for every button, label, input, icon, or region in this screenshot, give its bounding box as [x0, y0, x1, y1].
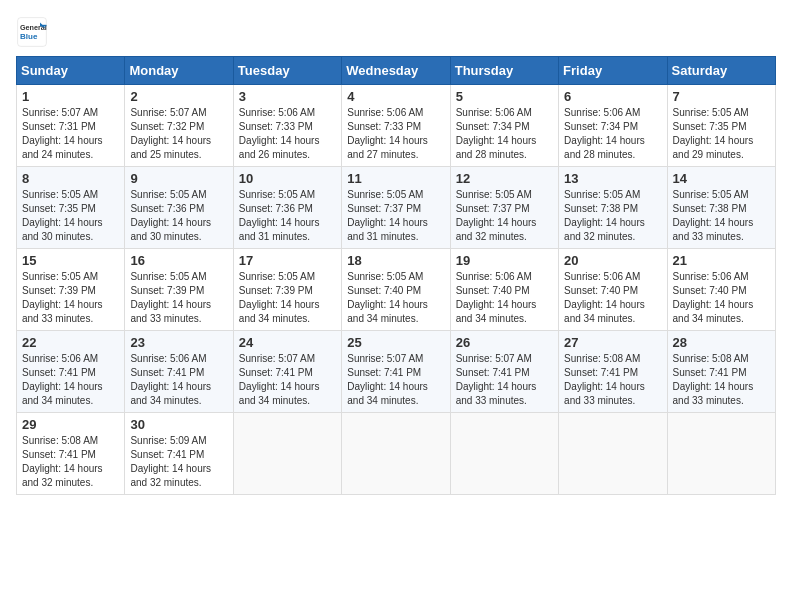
day-info: Sunrise: 5:06 AMSunset: 7:41 PMDaylight:…	[130, 352, 227, 408]
day-info: Sunrise: 5:05 AMSunset: 7:39 PMDaylight:…	[130, 270, 227, 326]
calendar-cell: 25Sunrise: 5:07 AMSunset: 7:41 PMDayligh…	[342, 331, 450, 413]
calendar-cell	[233, 413, 341, 495]
day-number: 2	[130, 89, 227, 104]
day-info: Sunrise: 5:06 AMSunset: 7:33 PMDaylight:…	[347, 106, 444, 162]
logo-icon: General Blue	[16, 16, 48, 48]
weekday-header-row: SundayMondayTuesdayWednesdayThursdayFrid…	[17, 57, 776, 85]
day-number: 11	[347, 171, 444, 186]
calendar-cell: 11Sunrise: 5:05 AMSunset: 7:37 PMDayligh…	[342, 167, 450, 249]
day-number: 12	[456, 171, 553, 186]
day-number: 18	[347, 253, 444, 268]
day-number: 28	[673, 335, 770, 350]
weekday-header-thursday: Thursday	[450, 57, 558, 85]
weekday-header-sunday: Sunday	[17, 57, 125, 85]
calendar-cell: 29Sunrise: 5:08 AMSunset: 7:41 PMDayligh…	[17, 413, 125, 495]
day-info: Sunrise: 5:06 AMSunset: 7:40 PMDaylight:…	[456, 270, 553, 326]
day-info: Sunrise: 5:07 AMSunset: 7:32 PMDaylight:…	[130, 106, 227, 162]
calendar-cell	[559, 413, 667, 495]
day-info: Sunrise: 5:05 AMSunset: 7:36 PMDaylight:…	[239, 188, 336, 244]
week-row-2: 8Sunrise: 5:05 AMSunset: 7:35 PMDaylight…	[17, 167, 776, 249]
day-info: Sunrise: 5:08 AMSunset: 7:41 PMDaylight:…	[22, 434, 119, 490]
calendar-cell: 6Sunrise: 5:06 AMSunset: 7:34 PMDaylight…	[559, 85, 667, 167]
calendar-cell: 18Sunrise: 5:05 AMSunset: 7:40 PMDayligh…	[342, 249, 450, 331]
svg-text:General: General	[20, 23, 47, 32]
calendar-cell: 17Sunrise: 5:05 AMSunset: 7:39 PMDayligh…	[233, 249, 341, 331]
calendar-cell: 12Sunrise: 5:05 AMSunset: 7:37 PMDayligh…	[450, 167, 558, 249]
day-number: 8	[22, 171, 119, 186]
calendar-cell: 28Sunrise: 5:08 AMSunset: 7:41 PMDayligh…	[667, 331, 775, 413]
calendar-cell: 19Sunrise: 5:06 AMSunset: 7:40 PMDayligh…	[450, 249, 558, 331]
week-row-1: 1Sunrise: 5:07 AMSunset: 7:31 PMDaylight…	[17, 85, 776, 167]
day-number: 17	[239, 253, 336, 268]
day-number: 13	[564, 171, 661, 186]
day-number: 6	[564, 89, 661, 104]
calendar-cell: 1Sunrise: 5:07 AMSunset: 7:31 PMDaylight…	[17, 85, 125, 167]
calendar-cell: 20Sunrise: 5:06 AMSunset: 7:40 PMDayligh…	[559, 249, 667, 331]
weekday-header-tuesday: Tuesday	[233, 57, 341, 85]
calendar-cell: 15Sunrise: 5:05 AMSunset: 7:39 PMDayligh…	[17, 249, 125, 331]
day-number: 29	[22, 417, 119, 432]
calendar-cell: 5Sunrise: 5:06 AMSunset: 7:34 PMDaylight…	[450, 85, 558, 167]
day-number: 20	[564, 253, 661, 268]
day-number: 15	[22, 253, 119, 268]
day-info: Sunrise: 5:06 AMSunset: 7:40 PMDaylight:…	[673, 270, 770, 326]
day-info: Sunrise: 5:06 AMSunset: 7:34 PMDaylight:…	[456, 106, 553, 162]
day-number: 26	[456, 335, 553, 350]
day-info: Sunrise: 5:05 AMSunset: 7:39 PMDaylight:…	[22, 270, 119, 326]
day-number: 23	[130, 335, 227, 350]
day-number: 10	[239, 171, 336, 186]
calendar-cell: 14Sunrise: 5:05 AMSunset: 7:38 PMDayligh…	[667, 167, 775, 249]
day-info: Sunrise: 5:05 AMSunset: 7:37 PMDaylight:…	[347, 188, 444, 244]
week-row-3: 15Sunrise: 5:05 AMSunset: 7:39 PMDayligh…	[17, 249, 776, 331]
calendar-cell: 2Sunrise: 5:07 AMSunset: 7:32 PMDaylight…	[125, 85, 233, 167]
day-info: Sunrise: 5:06 AMSunset: 7:40 PMDaylight:…	[564, 270, 661, 326]
day-number: 22	[22, 335, 119, 350]
day-number: 16	[130, 253, 227, 268]
svg-text:Blue: Blue	[20, 32, 38, 41]
calendar-cell: 13Sunrise: 5:05 AMSunset: 7:38 PMDayligh…	[559, 167, 667, 249]
calendar-cell: 10Sunrise: 5:05 AMSunset: 7:36 PMDayligh…	[233, 167, 341, 249]
weekday-header-saturday: Saturday	[667, 57, 775, 85]
day-number: 25	[347, 335, 444, 350]
day-info: Sunrise: 5:05 AMSunset: 7:36 PMDaylight:…	[130, 188, 227, 244]
day-number: 3	[239, 89, 336, 104]
day-number: 24	[239, 335, 336, 350]
day-number: 30	[130, 417, 227, 432]
day-info: Sunrise: 5:05 AMSunset: 7:40 PMDaylight:…	[347, 270, 444, 326]
day-info: Sunrise: 5:07 AMSunset: 7:41 PMDaylight:…	[239, 352, 336, 408]
day-info: Sunrise: 5:07 AMSunset: 7:41 PMDaylight:…	[347, 352, 444, 408]
calendar-cell: 24Sunrise: 5:07 AMSunset: 7:41 PMDayligh…	[233, 331, 341, 413]
week-row-4: 22Sunrise: 5:06 AMSunset: 7:41 PMDayligh…	[17, 331, 776, 413]
calendar-cell: 8Sunrise: 5:05 AMSunset: 7:35 PMDaylight…	[17, 167, 125, 249]
calendar-cell	[450, 413, 558, 495]
day-number: 1	[22, 89, 119, 104]
day-info: Sunrise: 5:05 AMSunset: 7:38 PMDaylight:…	[564, 188, 661, 244]
day-info: Sunrise: 5:05 AMSunset: 7:38 PMDaylight:…	[673, 188, 770, 244]
day-number: 19	[456, 253, 553, 268]
day-number: 27	[564, 335, 661, 350]
header: General Blue	[16, 16, 776, 48]
weekday-header-wednesday: Wednesday	[342, 57, 450, 85]
day-info: Sunrise: 5:09 AMSunset: 7:41 PMDaylight:…	[130, 434, 227, 490]
calendar-cell: 21Sunrise: 5:06 AMSunset: 7:40 PMDayligh…	[667, 249, 775, 331]
calendar-cell	[342, 413, 450, 495]
day-number: 7	[673, 89, 770, 104]
calendar-cell: 22Sunrise: 5:06 AMSunset: 7:41 PMDayligh…	[17, 331, 125, 413]
day-info: Sunrise: 5:08 AMSunset: 7:41 PMDaylight:…	[564, 352, 661, 408]
calendar-cell: 26Sunrise: 5:07 AMSunset: 7:41 PMDayligh…	[450, 331, 558, 413]
calendar-cell: 27Sunrise: 5:08 AMSunset: 7:41 PMDayligh…	[559, 331, 667, 413]
week-row-5: 29Sunrise: 5:08 AMSunset: 7:41 PMDayligh…	[17, 413, 776, 495]
day-number: 4	[347, 89, 444, 104]
weekday-header-monday: Monday	[125, 57, 233, 85]
calendar-table: SundayMondayTuesdayWednesdayThursdayFrid…	[16, 56, 776, 495]
day-info: Sunrise: 5:08 AMSunset: 7:41 PMDaylight:…	[673, 352, 770, 408]
day-info: Sunrise: 5:05 AMSunset: 7:35 PMDaylight:…	[22, 188, 119, 244]
day-info: Sunrise: 5:06 AMSunset: 7:41 PMDaylight:…	[22, 352, 119, 408]
logo: General Blue	[16, 16, 48, 48]
weekday-header-friday: Friday	[559, 57, 667, 85]
calendar-cell: 9Sunrise: 5:05 AMSunset: 7:36 PMDaylight…	[125, 167, 233, 249]
calendar-cell: 16Sunrise: 5:05 AMSunset: 7:39 PMDayligh…	[125, 249, 233, 331]
calendar-cell: 4Sunrise: 5:06 AMSunset: 7:33 PMDaylight…	[342, 85, 450, 167]
day-info: Sunrise: 5:06 AMSunset: 7:34 PMDaylight:…	[564, 106, 661, 162]
day-number: 21	[673, 253, 770, 268]
